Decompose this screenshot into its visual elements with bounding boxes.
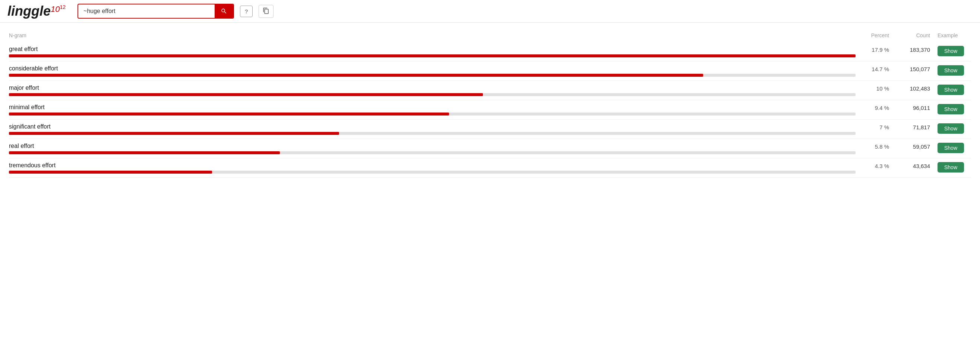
row-example: Show xyxy=(937,46,971,56)
row-ngram: considerable effort xyxy=(9,65,856,77)
copy-button[interactable] xyxy=(259,5,274,18)
table-row: real effort 5.8 % 59,057 Show xyxy=(9,139,971,158)
show-button[interactable]: Show xyxy=(937,104,964,114)
col-header-count: Count xyxy=(897,32,937,38)
ngram-text: great effort xyxy=(9,46,856,52)
show-button[interactable]: Show xyxy=(937,84,964,95)
bar-container xyxy=(9,113,856,116)
table-row: major effort 10 % 102,483 Show xyxy=(9,81,971,100)
bar-fill xyxy=(9,132,339,135)
search-button[interactable] xyxy=(215,5,233,18)
row-percent: 10 % xyxy=(856,84,897,92)
header: linggle1012 ? xyxy=(0,0,980,23)
row-ngram: major effort xyxy=(9,84,856,96)
logo-text: linggle xyxy=(8,5,51,18)
search-icon xyxy=(221,8,227,14)
bar-fill xyxy=(9,54,856,57)
ngram-text: real effort xyxy=(9,143,856,149)
ngram-text: tremendous effort xyxy=(9,162,856,169)
show-button[interactable]: Show xyxy=(937,143,964,153)
ngram-text: minimal effort xyxy=(9,104,856,111)
search-container xyxy=(78,4,234,19)
help-button[interactable]: ? xyxy=(240,6,253,17)
row-example: Show xyxy=(937,162,971,173)
search-input[interactable] xyxy=(78,5,215,17)
row-percent: 5.8 % xyxy=(856,143,897,150)
row-count: 183,370 xyxy=(897,46,937,53)
row-count: 102,483 xyxy=(897,84,937,92)
table-row: tremendous effort 4.3 % 43,634 Show xyxy=(9,158,971,178)
ngram-text: considerable effort xyxy=(9,65,856,72)
row-ngram: tremendous effort xyxy=(9,162,856,174)
bar-fill xyxy=(9,171,212,174)
show-button[interactable]: Show xyxy=(937,162,964,173)
row-count: 43,634 xyxy=(897,162,937,169)
table-row: minimal effort 9.4 % 96,011 Show xyxy=(9,100,971,119)
row-example: Show xyxy=(937,104,971,114)
row-percent: 9.4 % xyxy=(856,104,897,111)
row-percent: 14.7 % xyxy=(856,65,897,72)
bar-fill xyxy=(9,93,483,96)
ngram-text: significant effort xyxy=(9,123,856,130)
show-button[interactable]: Show xyxy=(937,46,964,56)
col-header-example: Example xyxy=(937,32,971,38)
show-button[interactable]: Show xyxy=(937,65,964,76)
ngram-text: major effort xyxy=(9,84,856,91)
column-headers: N-gram Percent Count Example xyxy=(9,30,971,42)
logo-ten: 10 xyxy=(51,5,60,14)
row-count: 59,057 xyxy=(897,143,937,150)
table-row: significant effort 7 % 71,817 Show xyxy=(9,119,971,139)
row-count: 96,011 xyxy=(897,104,937,111)
show-button[interactable]: Show xyxy=(937,123,964,134)
bar-fill xyxy=(9,151,280,154)
bar-container xyxy=(9,74,856,77)
row-ngram: great effort xyxy=(9,46,856,57)
bar-container xyxy=(9,132,856,135)
row-example: Show xyxy=(937,65,971,76)
row-example: Show xyxy=(937,143,971,153)
row-count: 71,817 xyxy=(897,123,937,130)
row-ngram: real effort xyxy=(9,143,856,154)
row-percent: 7 % xyxy=(856,123,897,130)
row-example: Show xyxy=(937,123,971,134)
table-row: considerable effort 14.7 % 150,077 Show xyxy=(9,62,971,81)
row-ngram: significant effort xyxy=(9,123,856,135)
row-percent: 17.9 % xyxy=(856,46,897,53)
bar-fill xyxy=(9,113,449,116)
col-header-percent: Percent xyxy=(856,32,897,38)
bar-fill xyxy=(9,74,703,77)
row-ngram: minimal effort xyxy=(9,104,856,116)
row-percent: 4.3 % xyxy=(856,162,897,169)
row-count: 150,077 xyxy=(897,65,937,72)
bar-container xyxy=(9,151,856,154)
logo-sup: 12 xyxy=(60,5,65,10)
row-example: Show xyxy=(937,84,971,95)
bar-container xyxy=(9,171,856,174)
bar-container xyxy=(9,93,856,96)
table-row: great effort 17.9 % 183,370 Show xyxy=(9,42,971,62)
rows-container: great effort 17.9 % 183,370 Show conside… xyxy=(9,42,971,178)
logo: linggle1012 xyxy=(8,5,65,18)
main-content: N-gram Percent Count Example great effor… xyxy=(0,23,980,185)
bar-container xyxy=(9,54,856,57)
col-header-ngram: N-gram xyxy=(9,32,856,38)
copy-icon xyxy=(263,8,269,14)
